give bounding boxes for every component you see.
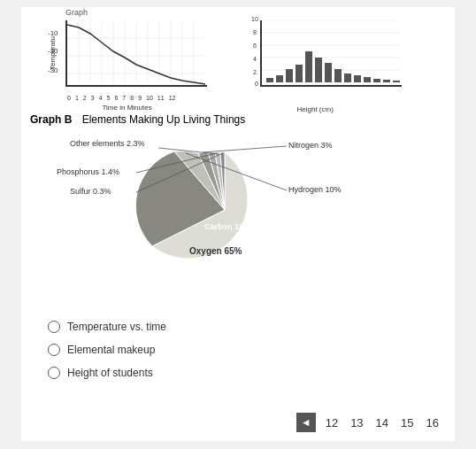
svg-rect-24	[315, 58, 322, 82]
top-graphs: Temperatu -10 -20 -30	[30, 16, 446, 87]
page-12[interactable]: 12	[323, 416, 341, 430]
svg-rect-28	[354, 75, 361, 82]
svg-rect-26	[334, 69, 342, 82]
svg-text:Sulfur 0.3%: Sulfur 0.3%	[70, 187, 111, 196]
svg-text:Hydrogen 10%: Hydrogen 10%	[288, 185, 342, 194]
x-ticks-left: 0123456789101112	[67, 95, 175, 101]
line-chart-svg	[67, 20, 207, 85]
radio-a[interactable]	[48, 321, 60, 333]
y-tick-0: 0	[255, 81, 258, 87]
svg-rect-32	[393, 81, 400, 82]
y-tick-2: 2	[253, 69, 257, 75]
prev-arrow[interactable]: ◄	[296, 413, 316, 432]
svg-rect-19	[266, 78, 273, 82]
svg-rect-25	[325, 63, 332, 82]
graph-b-subtitle: Elements Making Up Living Things	[82, 113, 246, 126]
graph-b-title-row: Graph B Elements Making Up Living Things	[30, 113, 446, 126]
page-14[interactable]: 14	[373, 416, 391, 430]
x-axis-label-left: Time in Minutes	[103, 104, 152, 112]
radio-c[interactable]	[48, 367, 60, 379]
answer-text-a: Temperature vs. time	[67, 321, 166, 333]
svg-rect-27	[344, 74, 351, 82]
page-container: Temperatu -10 -20 -30	[21, 7, 455, 441]
svg-rect-30	[373, 79, 380, 82]
svg-text:Oxygen 65%: Oxygen 65%	[189, 246, 242, 256]
y-tick-4: 4	[253, 56, 257, 62]
graph-b-section: Graph B Elements Making Up Living Things	[30, 113, 446, 294]
answer-choices: Temperature vs. time Elemental makeup He…	[48, 321, 446, 379]
answer-choice-c[interactable]: Height of students	[48, 367, 446, 379]
page-16[interactable]: 16	[424, 416, 441, 430]
pie-chart-container: Other elements 2.3% Phosphorus 1.4% Sulf…	[52, 130, 424, 294]
graph-b-label: Graph B	[30, 113, 72, 126]
answer-text-c: Height of students	[67, 367, 153, 379]
svg-text:Carbon 18%: Carbon 18%	[204, 222, 250, 231]
y-tick-6: 6	[253, 43, 257, 49]
svg-line-39	[203, 146, 287, 152]
svg-rect-23	[305, 51, 312, 82]
y-tick-neg20: -20	[48, 47, 58, 55]
graph-right: 10 8 6 4 2 0	[260, 20, 402, 87]
svg-text:Nitrogen 3%: Nitrogen 3%	[288, 141, 333, 150]
y-tick-10: 10	[251, 16, 258, 22]
svg-rect-22	[296, 65, 303, 82]
graph-tag-left: Graph	[65, 8, 88, 17]
answer-choice-a[interactable]: Temperature vs. time	[48, 321, 446, 333]
y-tick-neg30: -30	[48, 66, 58, 74]
svg-rect-21	[286, 69, 293, 82]
svg-text:Other elements 2.3%: Other elements 2.3%	[70, 139, 145, 148]
y-tick-8: 8	[253, 29, 257, 35]
radio-b[interactable]	[48, 344, 60, 356]
pie-overlay-svg: Other elements 2.3% Phosphorus 1.4% Sulf…	[52, 130, 424, 294]
x-axis-label-right: Height (cm)	[297, 105, 334, 113]
answer-text-b: Elemental makeup	[67, 344, 155, 356]
page-15[interactable]: 15	[398, 416, 416, 430]
page-13[interactable]: 13	[348, 416, 365, 430]
graph-left: Temperatu -10 -20 -30	[65, 20, 207, 87]
answer-choice-b[interactable]: Elemental makeup	[48, 344, 446, 356]
y-tick-neg10: -10	[48, 29, 58, 37]
svg-text:Phosphorus 1.4%: Phosphorus 1.4%	[57, 167, 119, 176]
bar-chart-svg	[262, 20, 402, 85]
pagination: ◄ 12 13 14 15 16	[296, 413, 441, 432]
svg-rect-31	[383, 80, 390, 82]
svg-rect-20	[276, 75, 283, 82]
svg-rect-29	[364, 77, 371, 82]
